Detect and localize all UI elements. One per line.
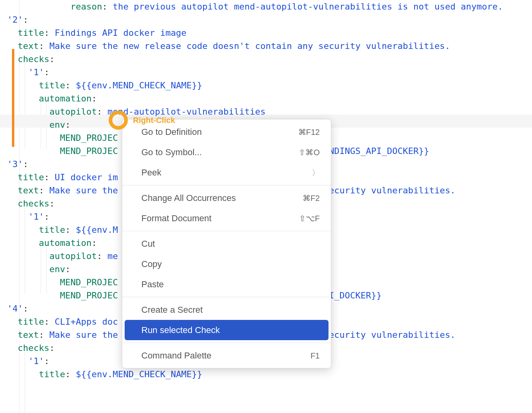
- menu-label: Command Palette: [141, 349, 211, 362]
- menu-shortcut: ⇧⌥F: [299, 212, 320, 224]
- code-line[interactable]: text: Make sure the new release code doe…: [7, 39, 532, 53]
- menu-go-to-symbol[interactable]: Go to Symbol... ⇧⌘O: [122, 142, 331, 162]
- code-line[interactable]: title: Findings API docker image: [7, 26, 532, 39]
- menu-label: Change All Occurrences: [141, 191, 236, 205]
- menu-label: Run selected Check: [141, 323, 220, 337]
- menu-shortcut: F1: [311, 350, 320, 362]
- menu-separator: [122, 343, 331, 343]
- menu-format-document[interactable]: Format Document ⇧⌥F: [122, 208, 331, 228]
- menu-label: Format Document: [141, 212, 211, 225]
- menu-separator: [122, 297, 331, 297]
- menu-label: Copy: [141, 257, 162, 271]
- menu-cut[interactable]: Cut: [122, 234, 331, 254]
- code-line[interactable]: automation:: [7, 92, 532, 105]
- menu-shortcut: ⌘F2: [303, 192, 320, 204]
- menu-label: Create a Secret: [141, 303, 203, 316]
- right-click-label: Right-Click: [133, 114, 175, 126]
- code-line[interactable]: reason: the previous autopilot mend-auto…: [7, 0, 532, 13]
- menu-shortcut: ⇧⌘O: [299, 146, 320, 158]
- menu-paste[interactable]: Paste: [122, 274, 331, 294]
- menu-create-secret[interactable]: Create a Secret: [122, 300, 331, 320]
- code-line[interactable]: checks:: [7, 53, 532, 66]
- context-menu: Go to Definition ⌘F12 Go to Symbol... ⇧⌘…: [122, 119, 331, 368]
- code-line[interactable]: '1':: [7, 66, 532, 79]
- menu-label: Peek: [141, 166, 161, 179]
- code-line[interactable]: '2':: [7, 13, 532, 26]
- menu-shortcut: ⌘F12: [298, 126, 320, 138]
- menu-separator: [122, 231, 331, 231]
- menu-change-all-occurrences[interactable]: Change All Occurrences ⌘F2: [122, 188, 331, 208]
- menu-command-palette[interactable]: Command Palette F1: [122, 345, 331, 366]
- menu-label: Cut: [141, 237, 155, 250]
- chevron-right-icon: 〉: [312, 167, 320, 179]
- code-line[interactable]: autopilot: mend-autopilot-vulnerabilitie…: [7, 105, 532, 118]
- code-line[interactable]: title: ${{env.MEND_CHECK_NAME}}: [7, 368, 532, 381]
- right-click-indicator-icon: [109, 111, 128, 130]
- menu-label: Go to Definition: [141, 125, 202, 138]
- menu-copy[interactable]: Copy: [122, 254, 331, 274]
- menu-run-selected-check[interactable]: Run selected Check: [125, 320, 329, 340]
- menu-peek[interactable]: Peek 〉: [122, 162, 331, 183]
- menu-separator: [122, 185, 331, 185]
- menu-label: Go to Symbol...: [141, 146, 202, 159]
- code-line[interactable]: title: ${{env.MEND_CHECK_NAME}}: [7, 79, 532, 92]
- menu-label: Paste: [141, 278, 164, 291]
